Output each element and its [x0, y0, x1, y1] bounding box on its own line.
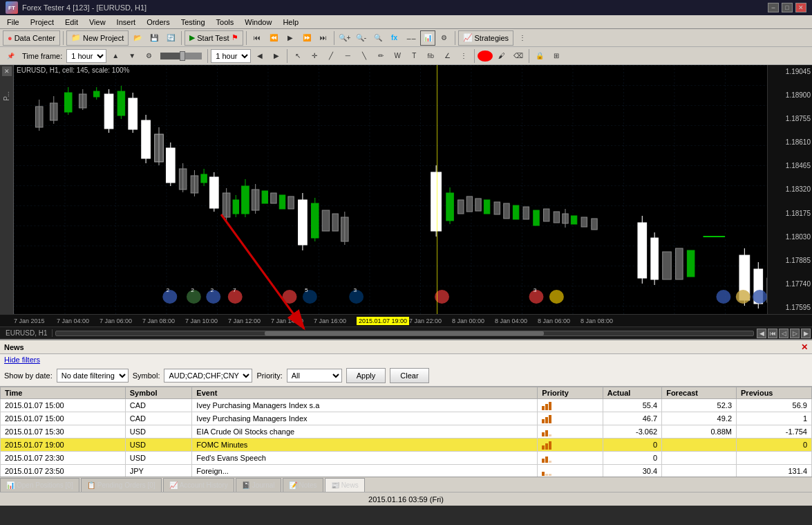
- tab-news[interactable]: 📰 News: [325, 478, 365, 492]
- menu-orders[interactable]: Orders: [141, 15, 176, 29]
- tab-open-positions[interactable]: 📊 Open Positions [0]: [0, 478, 79, 492]
- fib-tool[interactable]: fib: [423, 48, 438, 64]
- pen-tool[interactable]: ✏: [373, 48, 388, 64]
- minimize-button[interactable]: –: [768, 3, 779, 12]
- zoom-in-button[interactable]: 🔍+: [337, 30, 352, 46]
- maximize-button[interactable]: □: [782, 3, 793, 12]
- tab-label: Open Positions [0]: [17, 481, 73, 489]
- news-table-row[interactable]: 2015.01.07 15:00 CAD Ivey Purchasing Man…: [1, 399, 812, 412]
- tf2-left[interactable]: ◀: [252, 48, 267, 64]
- tf2-right[interactable]: ▶: [269, 48, 284, 64]
- tab-notes[interactable]: 📝 Notes: [283, 478, 323, 492]
- date-filter-select[interactable]: No date filtering: [57, 369, 129, 383]
- news-table-row[interactable]: 2015.01.07 15:00 CAD Ivey Purchasing Man…: [1, 412, 812, 425]
- separator: [181, 31, 182, 45]
- priority-filter-select[interactable]: All: [287, 369, 342, 383]
- chart-type2[interactable]: 📊: [420, 30, 435, 46]
- scroll-left-btn[interactable]: ◀: [757, 329, 766, 338]
- strategies-button[interactable]: 📈 Strategies: [458, 30, 514, 46]
- news-filter-bar: Show by date: No date filtering Symbol: …: [0, 365, 812, 387]
- svg-point-97: [736, 290, 750, 304]
- panel-label[interactable]: P...: [3, 91, 10, 101]
- news-close-button[interactable]: ✕: [801, 342, 808, 352]
- cell-time: 2015.01.07 23:30: [1, 452, 126, 465]
- chart-canvas[interactable]: 2 2 2 7 5 3 3 12: [14, 65, 812, 314]
- scroll-to-start[interactable]: ⏮: [768, 329, 777, 338]
- more-tools[interactable]: ⋮: [456, 48, 471, 64]
- search-button[interactable]: 🔍: [370, 30, 386, 46]
- data-center-button[interactable]: ● Data Center: [3, 30, 60, 46]
- clear-button[interactable]: Clear: [390, 368, 428, 383]
- window-controls[interactable]: – □ ✕: [768, 3, 806, 12]
- tf-settings[interactable]: ⚙: [141, 48, 156, 64]
- tab-account-history[interactable]: 📈 Account History: [163, 478, 234, 492]
- tab-pending-orders[interactable]: 📋 Pending Orders [0]: [81, 478, 162, 492]
- scroll-thumb[interactable]: [265, 331, 544, 335]
- prev-button[interactable]: ⏮: [249, 30, 265, 46]
- menu-tools[interactable]: Tools: [211, 15, 240, 29]
- color-picker[interactable]: [478, 50, 493, 62]
- news-table-container[interactable]: Time Symbol Event Priority Actual Foreca…: [0, 387, 812, 477]
- menu-help[interactable]: Help: [277, 15, 304, 29]
- eraser-tool[interactable]: ⌫: [511, 48, 526, 64]
- cursor-tool[interactable]: ↖: [290, 48, 305, 64]
- open-button[interactable]: 📂: [130, 30, 145, 46]
- menu-file[interactable]: File: [1, 15, 25, 29]
- menu-view[interactable]: View: [84, 15, 111, 29]
- cell-event: Foreign...: [192, 465, 538, 477]
- extra-button[interactable]: ⋮: [515, 30, 530, 46]
- news-table-row[interactable]: 2015.01.07 23:30 USD Fed's Evans Speech …: [1, 452, 812, 465]
- menu-testing[interactable]: Testing: [176, 15, 211, 29]
- lock-tool[interactable]: 🔒: [532, 48, 547, 64]
- hline-tool[interactable]: ─: [340, 48, 355, 64]
- step-back-button[interactable]: ⏪: [266, 30, 281, 46]
- timeframe-select-1[interactable]: 1 hour: [66, 49, 106, 63]
- scroll-prev[interactable]: ◁: [779, 329, 789, 338]
- grid-tool[interactable]: ⊞: [549, 48, 564, 64]
- menu-window[interactable]: Window: [239, 15, 277, 29]
- menu-edit[interactable]: Edit: [59, 15, 84, 29]
- chart-pin[interactable]: 📌: [3, 48, 18, 64]
- menu-bar: File Project Edit View Insert Orders Tes…: [0, 15, 812, 29]
- tf-down[interactable]: ▼: [124, 48, 140, 64]
- close-button[interactable]: ✕: [795, 3, 806, 12]
- menu-insert[interactable]: Insert: [111, 15, 142, 29]
- apply-button[interactable]: Apply: [346, 368, 386, 383]
- start-test-button[interactable]: ▶ Start Test ⚑: [185, 30, 243, 46]
- hide-filters-link[interactable]: Hide filters: [0, 354, 44, 365]
- news-table-row[interactable]: 2015.01.07 15:30 USD EIA Crude Oil Stock…: [1, 425, 812, 439]
- cell-previous: 0: [737, 439, 812, 452]
- indicators-button[interactable]: fx: [387, 30, 402, 46]
- time-axis: 7 Jan 2015 7 Jan 04:00 7 Jan 06:00 7 Jan…: [0, 314, 812, 326]
- crosshair-tool[interactable]: ✛: [307, 48, 322, 64]
- svg-rect-59: [494, 202, 500, 214]
- news-table-row[interactable]: 2015.01.07 23:50 JPY Foreign... 30.4 131…: [1, 465, 812, 477]
- w-tool[interactable]: W: [390, 48, 405, 64]
- step-fwd-button[interactable]: ⏩: [299, 30, 314, 46]
- text-tool[interactable]: T: [406, 48, 422, 64]
- chart-main[interactable]: EURUSD, H1, cell: 145, scale: 100%: [14, 65, 812, 314]
- timeframe-select-2[interactable]: 1 hour: [211, 49, 251, 63]
- next-button[interactable]: ⏭: [316, 30, 331, 46]
- close-chart-btn[interactable]: ✕: [2, 66, 12, 76]
- scroll-track[interactable]: [55, 331, 754, 336]
- play-button[interactable]: ▶: [283, 30, 298, 46]
- zoom-out-button[interactable]: 🔍-: [354, 30, 369, 46]
- save-button[interactable]: 💾: [147, 30, 162, 46]
- chart-settings[interactable]: ⚙: [437, 30, 452, 46]
- line-tool[interactable]: ╱: [323, 48, 339, 64]
- news-table-row[interactable]: 2015.01.07 19:00 USD FOMC Minutes 0 0: [1, 439, 812, 452]
- tf-up[interactable]: ▲: [108, 48, 123, 64]
- speed-slider[interactable]: [160, 53, 202, 59]
- new-project-button[interactable]: 📁 New Project: [66, 30, 129, 46]
- scroll-right-btn[interactable]: ▶: [801, 329, 811, 338]
- angle-tool[interactable]: ∠: [440, 48, 455, 64]
- scroll-next[interactable]: ▷: [790, 329, 800, 338]
- trendline-tool[interactable]: ╲: [357, 48, 372, 64]
- symbol-filter-select[interactable]: AUD;CAD;CHF;CNY: [164, 369, 252, 383]
- chart-type1[interactable]: ⚊⚊: [404, 30, 419, 46]
- tab-journal[interactable]: 📓 Journal: [236, 478, 281, 492]
- brush-tool[interactable]: 🖌: [494, 48, 509, 64]
- menu-project[interactable]: Project: [25, 15, 59, 29]
- refresh-button[interactable]: 🔄: [163, 30, 178, 46]
